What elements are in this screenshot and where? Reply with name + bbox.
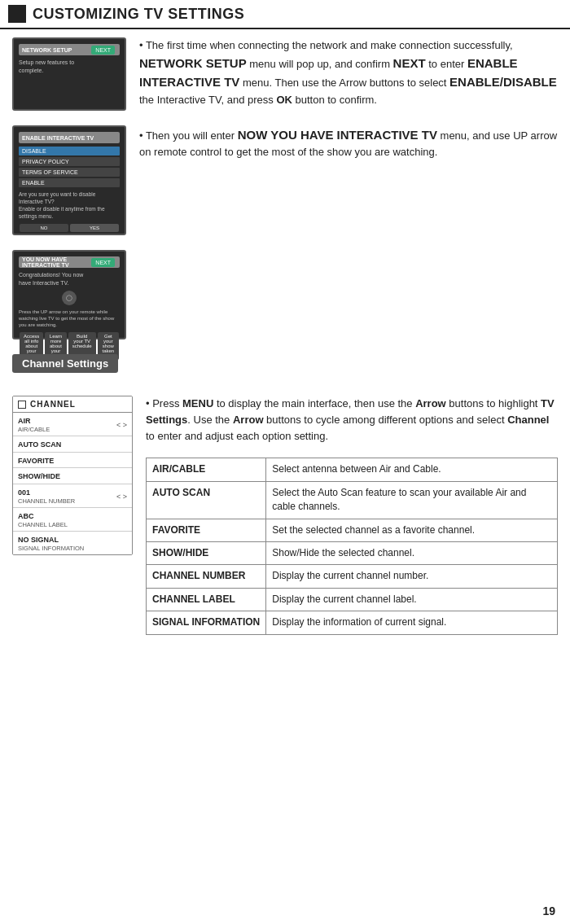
table-row: SIGNAL INFORMATIONDisplay the informatio… xyxy=(147,611,558,634)
tv-btn-yes: YES xyxy=(70,224,119,232)
section1-text: • The first time when connecting the net… xyxy=(139,37,558,108)
table-term: AIR/CABLE xyxy=(147,458,266,481)
page-header: CUSTOMIZING TV SETTINGS xyxy=(0,0,570,29)
section2-bullet: • Then you will enter NOW YOU HAVE INTER… xyxy=(139,125,558,160)
channel-settings-content: CHANNEL AIR AIR/CABLE < > AUTO SCAN FAVO… xyxy=(12,396,558,635)
section-network-setup: NETWORK SETUP NEXT Setup new features to… xyxy=(12,37,558,111)
table-desc: Display the current channel number. xyxy=(266,565,558,588)
channel-settings-section: Channel Settings xyxy=(12,354,558,384)
menu-item-air: AIR AIR/CABLE < > xyxy=(13,413,132,436)
channel-menu: CHANNEL AIR AIR/CABLE < > AUTO SCAN FAVO… xyxy=(12,396,133,555)
table-row: AIR/CABLESelect antenna between Air and … xyxy=(147,458,558,481)
table-desc: Set the selected channel as a favorite c… xyxy=(266,519,558,541)
channel-settings-header: Channel Settings xyxy=(12,354,118,373)
interactive-tv-image: ENABLE INTERACTIVE TV DISABLE PRIVACY PO… xyxy=(12,125,126,235)
table-row: SHOW/HIDEShow/Hide the selected channel. xyxy=(147,541,558,564)
table-term: SIGNAL INFORMATION xyxy=(147,611,266,634)
table-row: CHANNEL NUMBERDisplay the current channe… xyxy=(147,565,558,588)
table-row: AUTO SCANSelect the Auto Scan feature to… xyxy=(147,481,558,519)
table-desc: Show/Hide the selected channel. xyxy=(266,541,558,564)
table-desc: Display the information of current signa… xyxy=(266,611,558,634)
menu-item-no-signal: NO SIGNAL SIGNAL INFORMATION xyxy=(13,532,132,554)
table-term: CHANNEL NUMBER xyxy=(147,565,266,588)
tv-circle-icon: ◯ xyxy=(62,291,77,305)
header-icon xyxy=(8,5,26,23)
network-setup-image: NETWORK SETUP NEXT Setup new features to… xyxy=(12,37,126,111)
table-desc: Select antenna between Air and Cable. xyxy=(266,458,558,481)
menu-item-channel-label: ABC CHANNEL LABEL xyxy=(13,508,132,532)
main-content: NETWORK SETUP NEXT Setup new features to… xyxy=(0,29,570,643)
tv-menu-disable: DISABLE xyxy=(19,147,120,155)
network-setup-screen: NETWORK SETUP NEXT Setup new features to… xyxy=(12,37,126,111)
menu-item-favorite: FAVORITE xyxy=(13,453,132,469)
tv-menu-enable: ENABLE xyxy=(19,178,120,187)
table-row: CHANNEL LABELDisplay the current channel… xyxy=(147,588,558,611)
menu-item-show-hide: SHOW/HIDE xyxy=(13,468,132,484)
table-term: SHOW/HIDE xyxy=(147,541,266,564)
section2-text: • Then you will enter NOW YOU HAVE INTER… xyxy=(139,125,558,160)
table-desc: Select the Auto Scan feature to scan you… xyxy=(266,481,558,519)
section-now-have: YOU NOW HAVE INTERACTIVE TV NEXT Congrat… xyxy=(12,250,558,339)
table-desc: Display the current channel label. xyxy=(266,588,558,611)
tv-menu-privacy: PRIVACY POLICY xyxy=(19,157,120,166)
tv-btn-no: NO xyxy=(20,224,68,232)
menu-item-auto-scan: AUTO SCAN xyxy=(13,436,132,453)
section-interactive-tv: ENABLE INTERACTIVE TV DISABLE PRIVACY PO… xyxy=(12,125,558,235)
interactive-tv-screen: ENABLE INTERACTIVE TV DISABLE PRIVACY PO… xyxy=(12,125,126,235)
page-number: 19 xyxy=(542,904,555,917)
channel-bullet: • Press MENU to display the main interfa… xyxy=(146,396,558,444)
table-term: FAVORITE xyxy=(147,519,266,541)
channel-right: • Press MENU to display the main interfa… xyxy=(146,396,558,635)
section1-bullet: • The first time when connecting the net… xyxy=(139,37,558,108)
menu-item-channel-number: 001 CHANNEL NUMBER < > xyxy=(13,484,132,508)
channel-menu-header: CHANNEL xyxy=(13,396,132,413)
table-term: AUTO SCAN xyxy=(147,481,266,519)
channel-menu-title: CHANNEL xyxy=(30,400,76,409)
channel-checkbox xyxy=(18,401,26,409)
channel-table: AIR/CABLESelect antenna between Air and … xyxy=(146,458,558,634)
table-term: CHANNEL LABEL xyxy=(147,588,266,611)
tv-menu-terms: TERMS OF SERVICE xyxy=(19,168,120,177)
now-have-screen: YOU NOW HAVE INTERACTIVE TV NEXT Congrat… xyxy=(12,250,126,339)
page-title: CUSTOMIZING TV SETTINGS xyxy=(33,6,244,23)
now-have-image: YOU NOW HAVE INTERACTIVE TV NEXT Congrat… xyxy=(12,250,126,339)
table-row: FAVORITESet the selected channel as a fa… xyxy=(147,519,558,541)
